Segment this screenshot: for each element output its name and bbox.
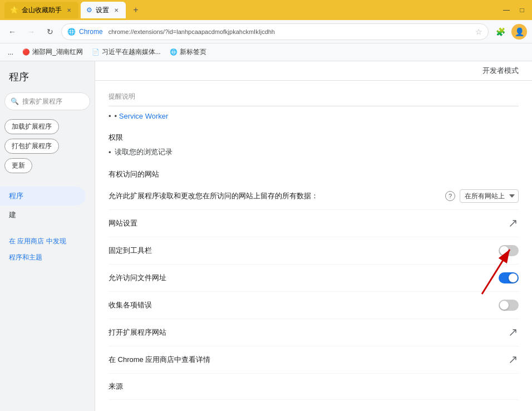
tab-jinshou-close[interactable]: ✕ xyxy=(65,6,73,14)
open-website-link-icon[interactable] xyxy=(508,327,519,338)
minimize-button[interactable]: — xyxy=(501,4,512,16)
extension-action-buttons: 加载扩展程序 打包扩展程序 更新 xyxy=(0,119,95,182)
update-button[interactable]: 更新 xyxy=(4,158,32,173)
extension-detail: 提醒说明 • Service Worker 权限 • 读取您的浏览记录 有权访问… xyxy=(95,81,532,411)
pin-toolbar-toggle[interactable] xyxy=(499,245,519,256)
tab-settings-close[interactable]: ✕ xyxy=(112,6,120,14)
refresh-button[interactable]: ↻ xyxy=(42,24,58,40)
bookmark-item-dots[interactable]: ... xyxy=(4,47,17,57)
bookmark-xjp-icon: 📄 xyxy=(92,48,100,56)
address-chrome-icon: 🌐 xyxy=(67,28,76,36)
bookmark-item-xjp[interactable]: 📄 习近平在越南媒体... xyxy=(88,46,164,58)
sidebar: 程序 🔍 搜索扩展程序 加载扩展程序 打包扩展程序 更新 程序 建 在 应用商店… xyxy=(0,61,95,411)
allow-file-urls-toggle-knob xyxy=(509,273,518,282)
open-website-label: 打开扩展程序网站 xyxy=(109,327,166,337)
site-settings-row: 网站设置 xyxy=(109,210,519,237)
window-controls: — □ xyxy=(501,4,528,16)
sidebar-programs-label: 程序 xyxy=(9,191,23,201)
permissions-item: • 读取您的浏览记录 xyxy=(109,146,519,158)
view-in-store-link-icon[interactable] xyxy=(508,354,519,365)
accessible-sites-section: 有权访问的网站 允许此扩展程序读取和更改您在所访问的网站上留存的所有数据： ? … xyxy=(109,169,519,400)
open-website-row: 打开扩展程序网站 xyxy=(109,319,519,346)
allow-file-urls-toggle[interactable] xyxy=(499,272,519,283)
tab-settings[interactable]: ⚙ 设置 ✕ xyxy=(81,2,126,18)
source-label: 来源 xyxy=(109,381,123,392)
new-tab-button[interactable]: + xyxy=(128,2,144,18)
tab-jinshou-icon: ⭐ xyxy=(10,6,18,14)
bookmark-newtab-icon: 🌐 xyxy=(170,48,178,56)
permissions-section: 权限 • 读取您的浏览记录 xyxy=(109,133,519,158)
bookmark-newtab-label: 新标签页 xyxy=(180,47,206,57)
service-worker-section: • Service Worker xyxy=(109,111,519,121)
bookmark-star[interactable]: ☆ xyxy=(475,27,482,36)
forward-button[interactable]: → xyxy=(23,24,39,40)
bullet-icon: • xyxy=(109,112,111,120)
collect-errors-row: 收集各项错误 xyxy=(109,292,519,319)
sidebar-title: 程序 xyxy=(0,70,95,92)
dev-mode-label[interactable]: 开发者模式 xyxy=(482,66,519,76)
nav-right-icons: 🧩 👤 xyxy=(492,23,528,40)
allow-file-urls-row: 允许访问文件网址 xyxy=(109,265,519,292)
pin-toolbar-toggle-knob xyxy=(500,246,509,255)
bookmark-item-newtab[interactable]: 🌐 新标签页 xyxy=(166,46,210,58)
tab-settings-label: 设置 xyxy=(96,6,109,15)
perm-select-row: 允许此扩展程序读取和更改您在所访问的网站上留存的所有数据： ? 在所有网站上 在… xyxy=(109,183,519,210)
title-bar: ⭐ 金山收藏助手 ✕ ⚙ 设置 ✕ + — □ xyxy=(0,0,532,20)
load-ext-button[interactable]: 加载扩展程序 xyxy=(4,119,59,134)
sidebar-link-discover-text: 在 应用商店 中发现 xyxy=(9,237,66,245)
extensions-button[interactable]: 🧩 xyxy=(492,23,509,40)
bookmark-hunan-icon: 🔴 xyxy=(22,48,30,56)
site-settings-link-icon[interactable] xyxy=(508,218,519,229)
permissions-read-history: 读取您的浏览记录 xyxy=(115,147,173,157)
permissions-title: 权限 xyxy=(109,133,519,143)
site-settings-label: 网站设置 xyxy=(109,218,137,228)
sidebar-link-themes[interactable]: 程序和主题 xyxy=(0,249,95,266)
nav-bar: ← → ↻ 🌐 Chrome chrome://extensions/?id=l… xyxy=(0,20,532,43)
address-chrome-label: Chrome xyxy=(79,28,103,36)
service-worker-item: • Service Worker xyxy=(109,111,519,121)
tab-jinshou-label: 金山收藏助手 xyxy=(22,6,62,15)
content-area: 开发者模式 提醒说明 • Service Worker 权限 • 读取您的浏览记… xyxy=(95,61,532,411)
view-in-store-label: 在 Chrome 应用商店中查看详情 xyxy=(109,355,210,365)
main-layout: 程序 🔍 搜索扩展程序 加载扩展程序 打包扩展程序 更新 程序 建 在 应用商店… xyxy=(0,61,532,411)
sidebar-build-label: 建 xyxy=(9,210,16,220)
sidebar-item-build[interactable]: 建 xyxy=(0,206,86,224)
address-bar[interactable]: 🌐 Chrome chrome://extensions/?id=lanhpca… xyxy=(61,23,489,40)
back-button[interactable]: ← xyxy=(4,24,20,40)
pack-ext-button[interactable]: 打包扩展程序 xyxy=(4,139,59,154)
sidebar-item-programs[interactable]: 程序 xyxy=(0,187,86,206)
search-extensions[interactable]: 🔍 搜索扩展程序 xyxy=(4,92,90,110)
view-in-store-row: 在 Chrome 应用商店中查看详情 xyxy=(109,346,519,374)
help-icon[interactable]: ? xyxy=(445,191,455,201)
avatar[interactable]: 👤 xyxy=(511,24,527,40)
access-select[interactable]: 在所有网站上 在特定网站上 点击时询问 xyxy=(460,189,519,203)
tab-settings-icon: ⚙ xyxy=(86,6,92,14)
search-placeholder: 搜索扩展程序 xyxy=(22,97,62,106)
service-worker-link[interactable]: Service Worker xyxy=(115,112,169,120)
collect-errors-label: 收集各项错误 xyxy=(109,300,152,310)
sidebar-nav: 程序 建 xyxy=(0,187,95,224)
bookmark-hunan-label: 湘邵网_湖南红网 xyxy=(32,47,83,57)
search-icon: 🔍 xyxy=(11,97,19,105)
allow-file-urls-label: 允许访问文件网址 xyxy=(109,273,166,283)
permissions-bullet: • xyxy=(109,148,111,156)
pin-toolbar-label: 固定到工具栏 xyxy=(109,246,152,256)
bookmark-dots-icon: ... xyxy=(8,48,13,56)
collect-errors-toggle-knob xyxy=(500,301,509,310)
content-header: 开发者模式 xyxy=(95,61,532,81)
bookmark-item-hunan[interactable]: 🔴 湘邵网_湖南红网 xyxy=(19,46,86,58)
pin-toolbar-row: 固定到工具栏 xyxy=(109,237,519,265)
truncated-header: 提醒说明 xyxy=(109,92,519,106)
bookmarks-bar: ... 🔴 湘邵网_湖南红网 📄 习近平在越南媒体... 🌐 新标签页 xyxy=(0,43,532,61)
profile-button[interactable]: 👤 xyxy=(511,23,528,40)
sidebar-store-section: 在 应用商店 中发现 程序和主题 xyxy=(0,233,95,266)
maximize-button[interactable]: □ xyxy=(516,4,528,16)
tab-jinshou[interactable]: ⭐ 金山收藏助手 ✕ xyxy=(4,2,78,18)
address-url: chrome://extensions/?id=lanhpcaapacdmofk… xyxy=(109,28,275,35)
collect-errors-toggle[interactable] xyxy=(499,300,519,311)
perm-row-label: 允许此扩展程序读取和更改您在所访问的网站上留存的所有数据： xyxy=(109,191,441,201)
source-row: 来源 xyxy=(109,374,519,400)
bookmark-xjp-label: 习近平在越南媒体... xyxy=(102,47,161,57)
accessible-sites-title: 有权访问的网站 xyxy=(109,169,519,179)
sidebar-link-discover[interactable]: 在 应用商店 中发现 xyxy=(0,233,95,249)
